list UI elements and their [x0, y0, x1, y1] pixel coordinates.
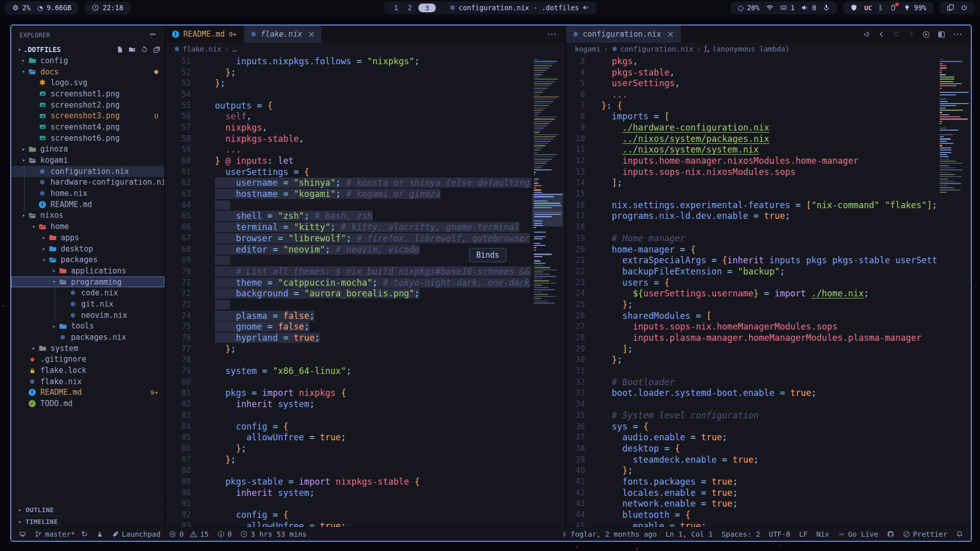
- tab-flake-nix[interactable]: ❄flake.nix×: [244, 26, 322, 43]
- code-line[interactable]: 6 ...: [566, 89, 937, 100]
- new-file-icon[interactable]: [116, 46, 124, 53]
- code-line[interactable]: 58 nixpkgs-stable,: [165, 133, 531, 144]
- code-line[interactable]: 39 steamdeck.enable = true;: [566, 454, 937, 465]
- tree-item--gitignore[interactable]: ◆.gitignore: [11, 354, 164, 365]
- code-line[interactable]: 53};: [165, 78, 531, 89]
- code-line[interactable]: 15: [566, 188, 937, 199]
- code-line[interactable]: 80: [165, 377, 531, 388]
- tree-item-apps[interactable]: ▸apps: [11, 232, 164, 243]
- code-line[interactable]: 54: [165, 89, 531, 100]
- tree-item-home-nix[interactable]: ❄home.nix: [11, 188, 164, 199]
- tree-item-applications[interactable]: ▸applications: [11, 265, 164, 277]
- code-line[interactable]: 72 background = "aurora_borealis.png";: [165, 288, 531, 299]
- code-line[interactable]: 37 audio.enable = true;: [566, 432, 937, 443]
- code-line[interactable]: 83: [165, 410, 531, 421]
- sidebar-section-timeline[interactable]: ▸TIMELINE: [11, 515, 164, 527]
- status-encoding[interactable]: UTF-8: [769, 530, 790, 538]
- code-line[interactable]: 59 ...: [165, 144, 531, 156]
- code-line[interactable]: 24 ${userSettings.username} = import ./h…: [566, 288, 937, 299]
- code-line[interactable]: 12 inputs.home-manager.nixosModules.home…: [566, 155, 937, 166]
- more-icon[interactable]: ⋯: [547, 32, 557, 37]
- code-line[interactable]: 93 allowUnfree = true;: [165, 520, 531, 527]
- code-line[interactable]: 75 gnome = false;: [165, 321, 531, 333]
- refresh-icon[interactable]: [141, 46, 148, 53]
- tree-item-home[interactable]: ▾home: [11, 221, 164, 232]
- code-line[interactable]: 89 pkgs-stable = import nixpkgs-stable {: [165, 476, 531, 487]
- code-line[interactable]: 70 # List all themes: $ nix build nixpkg…: [165, 266, 531, 277]
- code-line[interactable]: 91: [165, 498, 531, 510]
- topbar-widget-system-stats[interactable]: ⚙2%◔9.66GB: [5, 2, 79, 14]
- status-problems[interactable]: 015: [169, 530, 208, 538]
- code-line[interactable]: 25 };: [566, 299, 937, 310]
- breadcrumb-segment[interactable]: ❄flake.nix: [174, 45, 222, 53]
- workspace-number[interactable]: 2: [405, 4, 415, 12]
- code-line[interactable]: 78: [165, 355, 531, 366]
- views-more-actions-icon[interactable]: ⋯: [150, 31, 156, 39]
- code-line[interactable]: 38 desktop = {: [566, 443, 937, 454]
- status-github[interactable]: [887, 531, 894, 538]
- code-line[interactable]: 74 plasma = false;: [165, 310, 531, 321]
- code-line[interactable]: 86 };: [165, 443, 531, 454]
- code-line[interactable]: 33 boot.loader.systemd-boot.enable = tru…: [566, 388, 937, 399]
- tree-item-todo-md[interactable]: ✓TODO.md: [11, 398, 164, 409]
- code-line[interactable]: 40 };: [566, 465, 937, 476]
- tree-item-hardware-configuration-nix[interactable]: ❄hardware-configuration.nix: [11, 177, 164, 188]
- tree-item-system[interactable]: ▸system: [11, 343, 164, 354]
- breadcrumb-segment[interactable]: …: [232, 45, 236, 53]
- status-notifications[interactable]: [956, 531, 963, 538]
- code-line[interactable]: 27 inputs.sops-nix.homeManagerModules.so…: [566, 321, 937, 333]
- tree-item-programming[interactable]: ▾programming: [11, 277, 164, 288]
- code-line[interactable]: 82 inherit system;: [165, 398, 531, 410]
- code-line[interactable]: 35 # System level configuration: [566, 410, 937, 421]
- code-line[interactable]: 45 enable = true;: [566, 520, 937, 527]
- workspace-active[interactable]: 3: [419, 4, 436, 12]
- run-icon[interactable]: [922, 31, 930, 38]
- tree-item-packages-nix[interactable]: ❄packages.nix: [11, 332, 164, 343]
- code-line[interactable]: 41 fonts.packages = true;: [566, 476, 937, 487]
- code-line[interactable]: 62 username = "shinya"; # konsta or shin…: [165, 178, 531, 189]
- code-line[interactable]: 20 home-manager = {: [566, 244, 937, 255]
- code-line[interactable]: 22 backupFileExtension = "backup";: [566, 266, 937, 277]
- code-line[interactable]: 26 sharedModules = [: [566, 310, 937, 321]
- tree-item-docs[interactable]: ▾docs: [11, 66, 164, 78]
- tree-item-readme-md[interactable]: iREADME.md: [11, 199, 164, 210]
- close-icon[interactable]: ×: [667, 29, 674, 39]
- code-area[interactable]: 3 pkgs,4 pkgs-stable,5 userSettings,6 ..…: [566, 55, 937, 527]
- tree-item-screenshot2-png[interactable]: screenshot2.png: [11, 99, 164, 111]
- nav-forward-icon[interactable]: [908, 31, 915, 38]
- code-line[interactable]: 36 sys = {: [566, 421, 937, 432]
- code-line[interactable]: 61 userSettings = {: [165, 166, 531, 178]
- tree-item-neovim-nix[interactable]: ❄neovim.nix: [11, 310, 164, 321]
- tree-item-config[interactable]: ▸config: [11, 55, 164, 66]
- split-icon[interactable]: [938, 31, 945, 38]
- code-area[interactable]: 51 inputs.nixpkgs.follows = "nixpkgs";52…: [165, 55, 531, 527]
- code-line[interactable]: 71 theme = "catppuccin-mocha"; # tokyo-n…: [165, 277, 531, 288]
- status-prettier[interactable]: Prettier: [903, 530, 947, 538]
- status-ports[interactable]: 0: [217, 530, 232, 538]
- tree-item-readme-md[interactable]: iREADME.md9+: [11, 387, 164, 398]
- tree-item-packages[interactable]: ▾packages: [11, 254, 164, 265]
- sidebar-section-outline[interactable]: ▸OUTLINE: [11, 504, 164, 515]
- status-indentation[interactable]: Spaces: 2: [721, 530, 760, 538]
- breadcrumb-segment[interactable]: kogami: [575, 45, 601, 53]
- code-line[interactable]: 81 pkgs = import nixpkgs {: [165, 388, 531, 399]
- tree-item-screenshot6-png[interactable]: screenshot6.png: [11, 133, 164, 144]
- tab-readme-md[interactable]: iREADME.md9+: [165, 26, 244, 43]
- topbar-widget-session[interactable]: [940, 2, 975, 14]
- history-icon[interactable]: [863, 31, 870, 38]
- code-line[interactable]: 87 };: [165, 454, 531, 465]
- minimap[interactable]: [937, 55, 971, 527]
- status-launchpad[interactable]: Launchpad: [112, 530, 161, 538]
- code-line[interactable]: 42 locales.enable = true;: [566, 487, 937, 498]
- code-line[interactable]: 51 inputs.nixpkgs.follows = "nixpkgs";: [165, 56, 531, 67]
- status-extension-flask[interactable]: [96, 531, 103, 538]
- code-line[interactable]: 11 ../nixos/system/system.nix: [566, 144, 937, 156]
- code-line[interactable]: 31: [566, 365, 937, 377]
- code-line[interactable]: 19 # Home manager: [566, 233, 937, 244]
- code-line[interactable]: 84 config = {: [165, 421, 531, 432]
- nav-back-icon[interactable]: [878, 31, 885, 38]
- code-line[interactable]: 65 shell = "zsh"; # bash, zsh: [165, 211, 531, 222]
- tree-item-git-nix[interactable]: ❄git.nix: [11, 298, 164, 310]
- code-line[interactable]: 73: [165, 299, 531, 310]
- tree-item-flake-lock[interactable]: flake.lock: [11, 365, 164, 376]
